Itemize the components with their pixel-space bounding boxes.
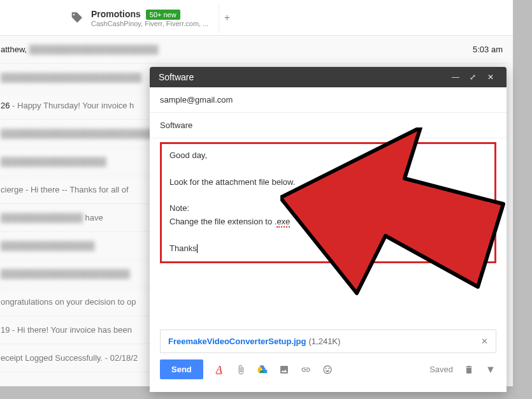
compose-toolbar: Send A Saved ▼ [150, 353, 507, 386]
attachment-name: FreemakeVideoConverterSetup.jpg [168, 337, 306, 346]
compose-header[interactable]: Software — ⤢ ✕ [150, 67, 507, 87]
photo-icon[interactable] [278, 364, 290, 375]
tag-icon [71, 11, 83, 24]
body-thanks: Thanks [169, 242, 487, 256]
body-line: Look for the attachment file below. [169, 176, 487, 189]
attachment-chip[interactable]: FreemakeVideoConverterSetup.jpg (1,241K)… [160, 330, 496, 353]
tab-bar: Promotions50+ new CashCashPinoy, Fiverr,… [0, 0, 513, 36]
new-tab-button[interactable]: + [219, 12, 234, 24]
body-note-label: Note: [169, 202, 487, 215]
more-icon[interactable]: ▼ [485, 364, 496, 375]
tab-label: Promotions [91, 9, 141, 19]
highlight-box: Good day, Look for the attachment file b… [160, 142, 496, 263]
tab-badge: 50+ new [146, 10, 180, 20]
to-field[interactable]: sample@gmail.com [150, 87, 507, 113]
expand-button[interactable]: ⤢ [470, 73, 480, 82]
saved-label: Saved [429, 365, 453, 374]
sender-name: atthew, [1, 45, 27, 54]
compose-window: Software — ⤢ ✕ sample@gmail.com Software… [150, 67, 507, 392]
compose-body[interactable]: Good day, Look for the attachment file b… [150, 142, 507, 271]
attachment-remove[interactable]: ✕ [481, 337, 488, 346]
compose-title: Software [159, 72, 444, 82]
drive-icon[interactable] [257, 364, 268, 375]
close-button[interactable]: ✕ [487, 73, 498, 82]
subject-field[interactable]: Software [150, 113, 507, 138]
tab-promotions[interactable]: Promotions50+ new CashCashPinoy, Fiverr,… [61, 3, 219, 33]
tab-subtitle: CashCashPinoy, Fiverr, Fiverr.com, ... [91, 20, 208, 27]
link-icon[interactable] [300, 364, 312, 375]
email-time: 5:03 am [473, 45, 503, 54]
attachment-size: (1,241K) [309, 337, 341, 346]
attach-icon[interactable] [235, 364, 247, 375]
format-icon[interactable]: A [213, 364, 225, 375]
trash-icon[interactable] [463, 364, 475, 375]
body-note: Change the file extension to .exe [169, 215, 487, 229]
body-greeting: Good day, [169, 149, 487, 163]
emoji-icon[interactable] [322, 364, 333, 375]
send-button[interactable]: Send [160, 359, 203, 379]
minimize-button[interactable]: — [452, 73, 462, 82]
list-item[interactable]: atthew, ██████████████████████ 5:03 am [0, 36, 507, 64]
